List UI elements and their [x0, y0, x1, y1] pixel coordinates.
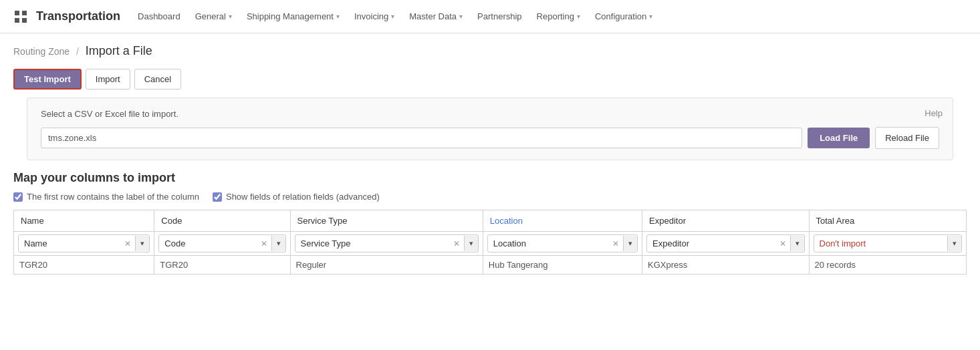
mapping-location-dropdown-button[interactable]: ▾ [623, 236, 637, 251]
nav-item-shipping[interactable]: Shipping Management ▾ [240, 0, 346, 33]
file-input-row: tms.zone.xls Load File Reload File [41, 127, 939, 149]
test-import-button[interactable]: Test Import [13, 69, 82, 90]
data-code-cell: TGR20 [154, 256, 290, 275]
breadcrumb-parent[interactable]: Routing Zone [13, 46, 70, 57]
mapping-service-type-select[interactable]: Service Type ✕ ▾ [295, 234, 479, 252]
mapping-service-type-value: Service Type [295, 235, 449, 252]
app-brand: Transportation [36, 9, 120, 23]
import-button[interactable]: Import [86, 69, 130, 90]
mapping-expeditor-cell: Expeditor ✕ ▾ [642, 232, 809, 256]
table-data-row: TGR20 TGR20 Reguler Hub Tangerang KGXpre… [14, 256, 967, 275]
mapping-total-area-select[interactable]: Don't import ▾ [814, 234, 962, 252]
first-row-label-checkbox[interactable] [13, 192, 23, 202]
mapping-code-select[interactable]: Code ✕ ▾ [158, 234, 285, 252]
show-relation-fields-checkbox[interactable] [213, 192, 222, 202]
mapping-expeditor-value: Expeditor [647, 235, 775, 252]
mapping-name-clear-button[interactable]: ✕ [120, 236, 135, 252]
mapping-total-area-cell: Don't import ▾ [809, 232, 966, 256]
nav-item-reporting[interactable]: Reporting ▾ [530, 0, 587, 33]
mapping-location-cell: Location ✕ ▾ [483, 232, 642, 256]
mapping-code-cell: Code ✕ ▾ [154, 232, 290, 256]
col-header-service-type: Service Type [290, 210, 483, 232]
col-header-name: Name [14, 210, 154, 232]
breadcrumb-separator: / [76, 46, 79, 57]
mapping-location-clear-button[interactable]: ✕ [608, 236, 623, 252]
breadcrumb: Routing Zone / Import a File [0, 33, 980, 63]
mapping-code-clear-button[interactable]: ✕ [257, 236, 271, 252]
nav-item-configuration[interactable]: Configuration ▾ [588, 0, 659, 33]
chevron-down-icon: ▾ [336, 13, 340, 20]
table-header-row: Name Code Service Type Location Expedito… [14, 210, 967, 232]
svg-rect-0 [15, 11, 19, 15]
map-columns-section: Map your columns to import The first row… [13, 171, 967, 275]
show-relation-fields-checkbox-label[interactable]: Show fields of relation fields (advanced… [213, 192, 380, 202]
data-name-cell: TGR20 [14, 256, 154, 275]
data-total-area-cell: 20 records [809, 256, 966, 275]
col-header-location: Location [483, 210, 642, 232]
cancel-button[interactable]: Cancel [134, 69, 181, 90]
mapping-code-value: Code [159, 235, 256, 252]
import-section: Select a CSV or Excel file to import. tm… [27, 98, 953, 160]
svg-rect-3 [22, 18, 27, 23]
mapping-expeditor-dropdown-button[interactable]: ▾ [790, 236, 804, 251]
mapping-total-area-value: Don't import [814, 235, 947, 252]
data-expeditor-cell: KGXpress [642, 256, 809, 275]
mapping-service-type-cell: Service Type ✕ ▾ [290, 232, 483, 256]
chevron-down-icon: ▾ [577, 13, 580, 20]
chevron-down-icon: ▾ [229, 13, 232, 20]
nav-item-dashboard[interactable]: Dashboard [131, 0, 187, 33]
data-location-cell: Hub Tangerang [483, 256, 642, 275]
grid-icon[interactable] [11, 7, 31, 27]
first-row-label-checkbox-label[interactable]: The first row contains the label of the … [13, 192, 199, 202]
chevron-down-icon: ▾ [459, 13, 463, 20]
mapping-name-select[interactable]: Name ✕ ▾ [18, 234, 150, 252]
toolbar: Test Import Import Cancel [0, 63, 980, 98]
mapping-name-dropdown-button[interactable]: ▾ [135, 236, 149, 251]
nav-item-general[interactable]: General ▾ [189, 0, 239, 33]
mapping-total-area-dropdown-button[interactable]: ▾ [947, 236, 961, 251]
mapping-expeditor-clear-button[interactable]: ✕ [775, 236, 790, 252]
import-section-wrapper: Select a CSV or Excel file to import. tm… [13, 98, 967, 160]
svg-rect-1 [22, 11, 27, 15]
mapping-expeditor-select[interactable]: Expeditor ✕ ▾ [646, 234, 804, 252]
help-link[interactable]: Help [925, 108, 943, 118]
reload-file-button[interactable]: Reload File [875, 127, 939, 149]
col-header-expeditor: Expeditor [642, 210, 809, 232]
nav-item-invoicing[interactable]: Invoicing ▾ [348, 0, 401, 33]
checkboxes-row: The first row contains the label of the … [13, 192, 967, 202]
svg-rect-2 [15, 18, 19, 23]
top-navigation: Transportation Dashboard General ▾ Shipp… [0, 0, 980, 33]
mapping-code-dropdown-button[interactable]: ▾ [271, 236, 285, 251]
mapping-name-cell: Name ✕ ▾ [14, 232, 154, 256]
breadcrumb-current: Import a File [86, 44, 152, 57]
col-header-total-area: Total Area [809, 210, 966, 232]
nav-item-master-data[interactable]: Master Data ▾ [402, 0, 469, 33]
table-mapping-row: Name ✕ ▾ Code ✕ ▾ Service Type ✕ [14, 232, 967, 256]
load-file-button[interactable]: Load File [808, 128, 870, 148]
map-section-title: Map your columns to import [13, 171, 967, 185]
chevron-down-icon: ▾ [649, 13, 652, 20]
mapping-location-select[interactable]: Location ✕ ▾ [487, 234, 638, 252]
import-description: Select a CSV or Excel file to import. [41, 109, 939, 119]
mapping-service-type-clear-button[interactable]: ✕ [449, 236, 464, 252]
file-name-display: tms.zone.xls [41, 128, 802, 148]
data-service-type-cell: Reguler [290, 256, 483, 275]
col-header-code: Code [154, 210, 290, 232]
nav-menu: Dashboard General ▾ Shipping Management … [131, 0, 969, 33]
chevron-down-icon: ▾ [391, 13, 394, 20]
mapping-service-type-dropdown-button[interactable]: ▾ [464, 236, 478, 251]
mapping-name-value: Name [19, 235, 120, 252]
import-table: Name Code Service Type Location Expedito… [13, 210, 967, 275]
nav-item-partnership[interactable]: Partnership [471, 0, 528, 33]
mapping-location-value: Location [488, 235, 608, 252]
